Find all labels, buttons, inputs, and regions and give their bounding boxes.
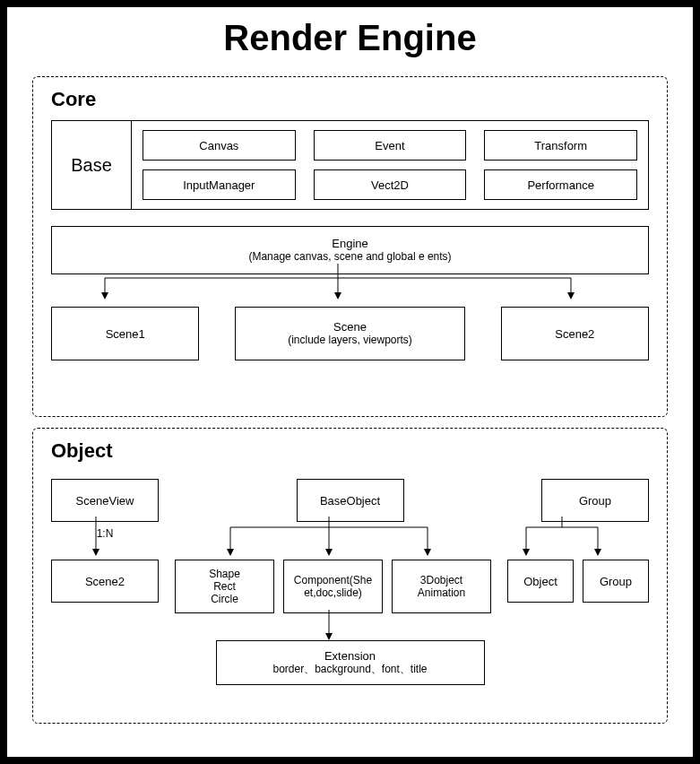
group-box: Group	[541, 479, 649, 522]
svg-marker-5	[334, 292, 341, 300]
group-child-box: Group	[583, 560, 649, 603]
scene-box: Scene (include layers, viewports)	[235, 307, 464, 360]
svg-marker-25	[325, 633, 333, 640]
group-children: Object Group	[507, 560, 649, 603]
base-module-transform: Transform	[484, 130, 637, 161]
scene2-object-box: Scene2	[51, 560, 159, 603]
component-box: Component(She et,doc,slide)	[283, 560, 383, 613]
extension-connector	[51, 610, 625, 640]
svg-marker-17	[424, 549, 431, 556]
baseobject-children: Shape Rect Circle Component(She et,doc,s…	[175, 560, 491, 613]
scene-label: Scene	[333, 320, 367, 334]
relation-annotation: 1:N	[51, 527, 159, 540]
engine-box: Engine (Manage canvas, scene and global …	[51, 226, 649, 274]
engine-sub: (Manage canvas, scene and global e ents)	[248, 250, 451, 265]
base-module-canvas: Canvas	[143, 130, 296, 161]
base-module-vect2d: Vect2D	[314, 169, 467, 200]
svg-marker-13	[227, 549, 234, 556]
base-label-box: Base	[51, 120, 132, 210]
object-bottom-row: Scene2 Shape Rect Circle Component(She e…	[51, 560, 649, 613]
diagram-title: Render Engine	[7, 7, 693, 65]
scene2-box: Scene2	[501, 307, 649, 360]
svg-marker-21	[523, 549, 530, 556]
base-modules-grid: Canvas Event Transform InputManager Vect…	[132, 120, 649, 210]
base-container: Base Canvas Event Transform InputManager…	[51, 120, 649, 210]
svg-marker-15	[325, 549, 333, 556]
sceneview-box: SceneView	[51, 479, 159, 522]
svg-marker-9	[92, 549, 99, 556]
svg-marker-3	[101, 292, 108, 300]
base-module-event: Event	[314, 130, 467, 161]
object-section-title: Object	[51, 439, 649, 463]
scene-sub: (include layers, viewports)	[288, 334, 412, 348]
base-module-performance: Performance	[484, 169, 637, 200]
extension-box: Extension border、background、font、title	[216, 640, 485, 685]
threed-box: 3Dobject Animation	[392, 560, 491, 613]
object-child-box: Object	[507, 560, 574, 603]
engine-label: Engine	[332, 237, 367, 250]
extension-label: Extension	[324, 649, 376, 663]
object-section: Object SceneView BaseObject Group	[32, 428, 668, 724]
shape-box: Shape Rect Circle	[175, 560, 274, 613]
extension-sub: border、background、font、title	[272, 663, 427, 677]
scene-row: Scene1 Scene (include layers, viewports)…	[51, 307, 649, 360]
core-section: Core Base Canvas Event Transform InputMa…	[32, 76, 668, 417]
core-section-title: Core	[51, 88, 649, 111]
svg-marker-7	[567, 292, 575, 300]
base-module-inputmanager: InputManager	[143, 169, 296, 200]
object-top-row: SceneView BaseObject Group	[51, 479, 649, 522]
svg-marker-23	[594, 549, 601, 556]
scene1-box: Scene1	[51, 307, 199, 360]
baseobject-box: BaseObject	[297, 479, 404, 522]
